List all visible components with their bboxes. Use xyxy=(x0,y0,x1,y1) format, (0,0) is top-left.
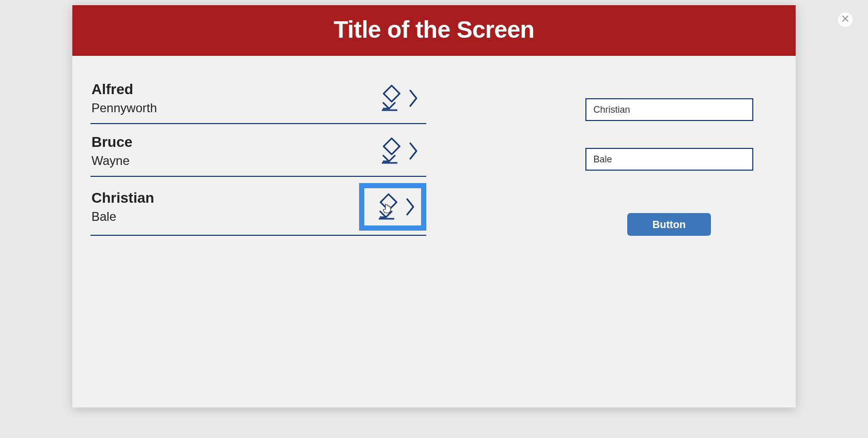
svg-line-6 xyxy=(383,155,389,161)
chevron-right-icon xyxy=(409,88,419,108)
first-name-label: Alfred xyxy=(91,81,157,98)
svg-rect-8 xyxy=(380,194,396,210)
dialog-content: Alfred Pennyworth xyxy=(72,56,796,407)
edit-action[interactable] xyxy=(367,132,424,170)
first-name-label: Bruce xyxy=(91,133,132,151)
eraser-icon xyxy=(373,83,404,114)
list-item-text: Bruce Wayne xyxy=(90,133,132,169)
submit-button[interactable]: Button xyxy=(627,213,711,236)
close-button[interactable] xyxy=(838,12,853,27)
chevron-right-icon xyxy=(406,197,416,217)
last-name-input[interactable] xyxy=(585,148,753,171)
close-icon xyxy=(842,15,849,24)
person-list: Alfred Pennyworth xyxy=(90,71,426,387)
list-item[interactable]: Christian Bale xyxy=(90,177,426,236)
dialog-title: Title of the Screen xyxy=(72,16,796,43)
last-name-label: Bale xyxy=(91,209,154,224)
eraser-icon xyxy=(369,191,400,222)
list-item-text: Alfred Pennyworth xyxy=(90,81,157,116)
chevron-right-icon xyxy=(409,141,419,161)
edit-action[interactable] xyxy=(367,80,424,117)
last-name-label: Wayne xyxy=(91,154,132,169)
first-name-input[interactable] xyxy=(585,98,753,121)
svg-rect-5 xyxy=(383,138,399,154)
edit-form: Button xyxy=(561,71,778,387)
first-name-label: Christian xyxy=(91,189,154,207)
list-item[interactable]: Alfred Pennyworth xyxy=(90,71,426,124)
svg-line-3 xyxy=(383,102,389,109)
last-name-label: Pennyworth xyxy=(91,101,157,116)
list-item[interactable]: Bruce Wayne xyxy=(90,124,426,177)
eraser-icon xyxy=(373,135,404,167)
list-item-text: Christian Bale xyxy=(90,189,154,224)
svg-line-9 xyxy=(380,211,386,217)
svg-rect-2 xyxy=(383,85,399,101)
dialog-header: Title of the Screen xyxy=(72,5,796,56)
modal-dialog: Title of the Screen Alfred Pennyworth xyxy=(72,5,796,407)
edit-action-selected[interactable] xyxy=(359,183,426,231)
